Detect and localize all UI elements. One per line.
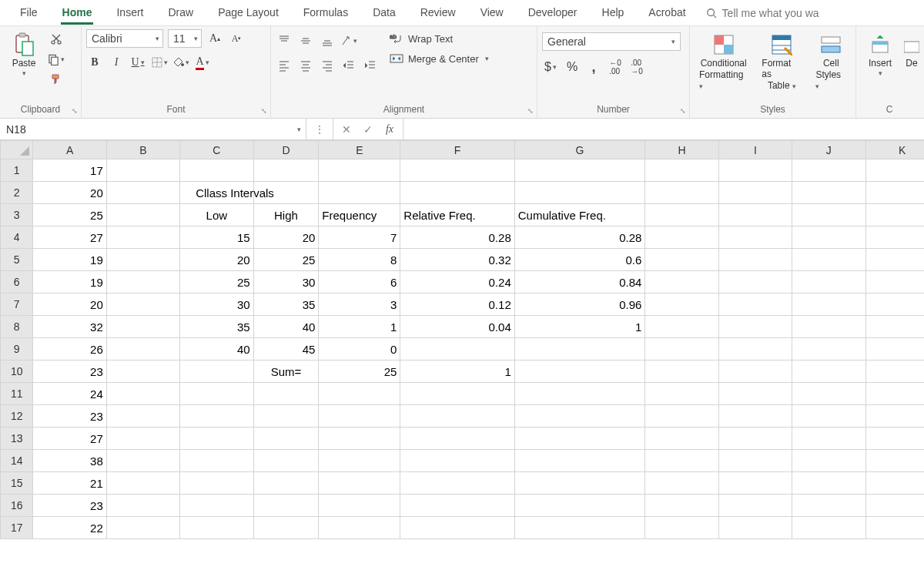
orientation-button[interactable]: ▾ (340, 32, 357, 49)
increase-indent-button[interactable] (362, 57, 379, 74)
cell-G14[interactable] (514, 450, 645, 472)
tab-acrobat[interactable]: Acrobat (636, 2, 698, 25)
cell-C2[interactable]: Cllass Intervals (180, 182, 253, 204)
row-header-8[interactable]: 8 (1, 316, 33, 338)
col-header-F[interactable]: F (400, 141, 514, 159)
cell-I13[interactable] (718, 428, 792, 450)
row-header-12[interactable]: 12 (1, 405, 33, 428)
cell-K11[interactable] (865, 383, 924, 405)
col-header-A[interactable]: A (33, 141, 106, 159)
cell-D15[interactable] (253, 472, 319, 495)
cell-H6[interactable] (645, 271, 718, 294)
cell-J6[interactable] (792, 271, 865, 294)
cell-E12[interactable] (319, 405, 400, 428)
cell-B17[interactable] (106, 517, 179, 539)
cell-B4[interactable] (106, 226, 179, 249)
tab-formulas[interactable]: Formulas (291, 2, 360, 25)
cell-F5[interactable]: 0.32 (400, 249, 514, 271)
cell-A11[interactable]: 24 (33, 383, 106, 405)
col-header-K[interactable]: K (865, 141, 924, 159)
cell-I12[interactable] (718, 405, 792, 428)
cell-J3[interactable] (792, 204, 865, 226)
expand-formula-button[interactable]: ⋮ (310, 121, 330, 138)
row-header-16[interactable]: 16 (1, 495, 33, 517)
cell-B13[interactable] (106, 428, 179, 450)
cell-B5[interactable] (106, 249, 179, 271)
cell-G5[interactable]: 0.6 (514, 249, 645, 271)
cell-E5[interactable]: 8 (319, 249, 400, 271)
cell-F6[interactable]: 0.24 (400, 271, 514, 294)
bold-button[interactable]: B (86, 54, 103, 71)
tab-data[interactable]: Data (360, 2, 408, 25)
cell-E9[interactable]: 0 (319, 338, 400, 361)
col-header-B[interactable]: B (106, 141, 179, 159)
cell-J14[interactable] (792, 450, 865, 472)
row-header-2[interactable]: 2 (1, 182, 33, 204)
cell-J15[interactable] (792, 472, 865, 495)
cell-G6[interactable]: 0.84 (514, 271, 645, 294)
cell-A2[interactable]: 20 (33, 182, 106, 204)
cell-J7[interactable] (792, 294, 865, 316)
font-size-combo[interactable]: 11 ▾ (168, 29, 202, 48)
cell-D10[interactable]: Sum= (253, 361, 319, 383)
cell-E7[interactable]: 3 (319, 294, 400, 316)
cell-H1[interactable] (645, 159, 718, 182)
cell-E17[interactable] (319, 517, 400, 539)
cell-I14[interactable] (718, 450, 792, 472)
cell-F9[interactable] (400, 338, 514, 361)
cell-H12[interactable] (645, 405, 718, 428)
cell-C14[interactable] (180, 450, 253, 472)
cell-B16[interactable] (106, 495, 179, 517)
cell-K12[interactable] (865, 405, 924, 428)
cell-E15[interactable] (319, 472, 400, 495)
cell-D17[interactable] (253, 517, 319, 539)
tab-view[interactable]: View (468, 2, 516, 25)
cell-D7[interactable]: 35 (253, 294, 319, 316)
tab-help[interactable]: Help (590, 2, 637, 25)
enter-formula-button[interactable]: ✓ (358, 121, 378, 138)
cell-H14[interactable] (645, 450, 718, 472)
cell-J1[interactable] (792, 159, 865, 182)
cell-H16[interactable] (645, 495, 718, 517)
cell-F10[interactable]: 1 (400, 361, 514, 383)
cell-I7[interactable] (718, 294, 792, 316)
cell-F13[interactable] (400, 428, 514, 450)
cell-C17[interactable] (180, 517, 253, 539)
cell-H9[interactable] (645, 338, 718, 361)
cell-A17[interactable]: 22 (33, 517, 106, 539)
cell-J2[interactable] (792, 182, 865, 204)
cell-G17[interactable] (514, 517, 645, 539)
row-header-17[interactable]: 17 (1, 517, 33, 539)
worksheet-grid[interactable]: A B C D E F G H I J K 117220Cllass Inter… (0, 140, 924, 587)
select-all-corner[interactable] (1, 141, 33, 159)
cell-E11[interactable] (319, 383, 400, 405)
cell-K8[interactable] (865, 316, 924, 338)
tab-draw[interactable]: Draw (156, 2, 206, 25)
cell-F3[interactable]: Relative Freq. (400, 204, 514, 226)
cell-J16[interactable] (792, 495, 865, 517)
cell-E3[interactable]: Frequency (319, 204, 400, 226)
row-header-6[interactable]: 6 (1, 271, 33, 294)
tab-home[interactable]: Home (50, 2, 105, 25)
cell-C4[interactable]: 15 (180, 226, 253, 249)
cell-H15[interactable] (645, 472, 718, 495)
cell-D16[interactable] (253, 495, 319, 517)
col-header-E[interactable]: E (319, 141, 400, 159)
cell-F7[interactable]: 0.12 (400, 294, 514, 316)
cell-G3[interactable]: Cumulative Freq. (514, 204, 645, 226)
cell-G9[interactable] (514, 338, 645, 361)
cell-H11[interactable] (645, 383, 718, 405)
cell-E2[interactable] (319, 182, 400, 204)
cell-E16[interactable] (319, 495, 400, 517)
cell-F1[interactable] (400, 159, 514, 182)
cell-K2[interactable] (865, 182, 924, 204)
cell-G2[interactable] (514, 182, 645, 204)
cell-B1[interactable] (106, 159, 179, 182)
font-name-combo[interactable]: Calibri ▾ (86, 29, 163, 48)
cell-K9[interactable] (865, 338, 924, 361)
cell-H3[interactable] (645, 204, 718, 226)
cell-B14[interactable] (106, 450, 179, 472)
cell-A14[interactable]: 38 (33, 450, 106, 472)
decrease-font-button[interactable]: A▾ (228, 30, 245, 47)
cell-I5[interactable] (718, 249, 792, 271)
